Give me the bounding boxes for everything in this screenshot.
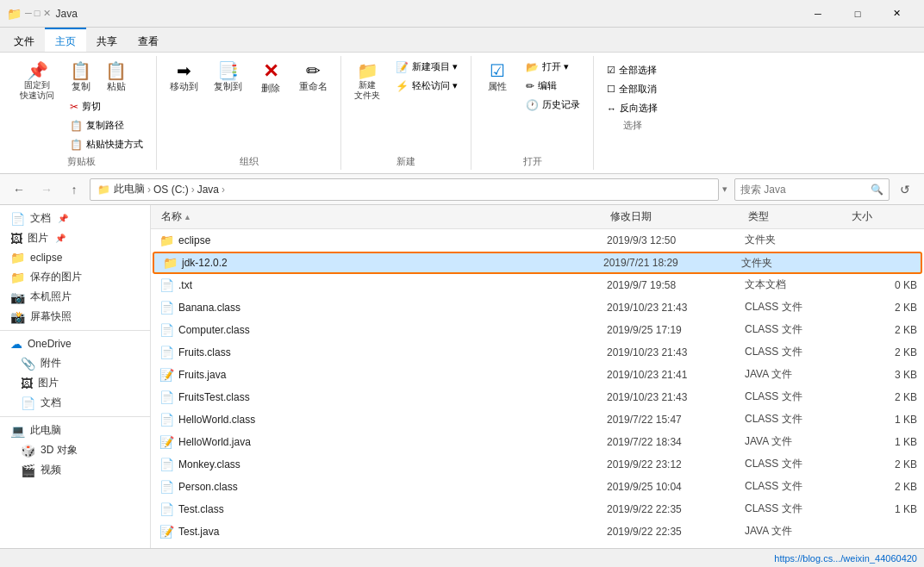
file-row[interactable]: 📄 Monkey.class 2019/9/22 23:12 CLASS 文件 … [151,453,924,476]
paste-shortcut-button[interactable]: 📋 粘贴快捷方式 [64,135,149,153]
title-bar: 📁 ─ □ ✕ Java ─ □ ✕ [0,0,924,28]
file-row[interactable]: 📝 Test.java 2019/9/22 22:35 JAVA 文件 [151,520,924,543]
file-size: 2 KB [848,346,917,358]
file-icon: 📄 [158,390,175,404]
properties-button[interactable]: ☑ 属性 [478,58,516,97]
col-header-name[interactable]: 名称 ▲ [158,209,607,224]
status-bar: https://blog.cs.../weixin_44060420 [0,548,924,567]
file-type: CLASS 文件 [745,389,848,404]
file-row[interactable]: 📁 eclipse 2019/9/3 12:50 文件夹 [151,229,924,252]
history-icon: 🕐 [526,99,539,111]
savedpics-icon: 📁 [10,271,25,284]
sidebar-item-camera[interactable]: 📷 本机照片 [0,287,150,307]
select-all-button[interactable]: ☑ 全部选择 [601,61,664,79]
file-row[interactable]: 📝 HelloWorld.java 2019/7/22 18:34 JAVA 文… [151,431,924,453]
file-row[interactable]: 📄 Computer.class 2019/9/25 17:19 CLASS 文… [151,319,924,341]
forward-button[interactable]: → [34,178,59,202]
file-row[interactable]: 📄 Test.class 2019/9/22 22:35 CLASS 文件 1 … [151,498,924,520]
path-part-pc[interactable]: 此电脑 [114,182,145,196]
file-name: jdk-12.0.2 [182,257,603,269]
file-row[interactable]: 📝 Fruits.java 2019/10/23 21:41 JAVA 文件 3… [151,364,924,386]
pin-to-quickaccess-button[interactable]: 📌 固定到快速访问 [14,58,60,105]
path-part-drive[interactable]: OS (C:) [153,184,189,196]
new-item-button[interactable]: 📝 新建项目 ▾ [390,58,464,76]
col-header-size[interactable]: 大小 [848,209,917,224]
file-date: 2019/9/22 23:12 [607,458,745,470]
pc-icon: 💻 [10,424,25,438]
file-list-header: 名称 ▲ 修改日期 类型 大小 [151,205,924,229]
sidebar-item-onedrive[interactable]: ☁ OneDrive [0,334,150,353]
file-name: Monkey.class [178,458,607,470]
tab-share[interactable]: 共享 [86,28,128,52]
search-input[interactable] [740,184,867,196]
sidebar-item-od-documents[interactable]: 📄 文档 [0,393,150,413]
file-row[interactable]: 📄 HelloWorld.class 2019/7/22 15:47 CLASS… [151,408,924,431]
sidebar-item-videos[interactable]: 🎬 视频 [0,460,150,480]
file-date: 2019/7/22 15:47 [607,414,745,426]
file-date: 2019/10/23 21:43 [607,391,745,403]
history-button[interactable]: 🕐 历史记录 [520,96,586,114]
copy-to-button[interactable]: 📑 复制到 [208,58,248,97]
open-button[interactable]: 📂 打开 ▾ [520,58,586,76]
invert-selection-button[interactable]: ↔ 反向选择 [601,99,664,117]
delete-button[interactable]: ✕ 删除 [252,58,290,99]
close-button[interactable]: ✕ [877,0,917,28]
address-dropdown-button[interactable]: ▾ [722,184,727,195]
minimize-button[interactable]: ─ [798,0,838,28]
search-box[interactable]: 🔍 [734,178,890,201]
sidebar-item-savedpics[interactable]: 📁 保存的图片 [0,267,150,287]
copy-path-button[interactable]: 📋 复制路径 [64,116,149,134]
cut-button[interactable]: ✂ 剪切 [64,97,149,115]
col-header-type[interactable]: 类型 [745,209,848,224]
file-row[interactable]: 📄 .txt 2019/9/7 19:58 文本文档 0 KB [151,274,924,296]
file-type: JAVA 文件 [745,524,848,539]
file-row[interactable]: 📄 Fruits.class 2019/10/23 21:43 CLASS 文件… [151,341,924,364]
eclipse-icon: 📁 [10,251,25,265]
rename-icon: ✏ [306,62,321,79]
easy-access-button[interactable]: ⚡ 轻松访问 ▾ [390,77,464,95]
up-button[interactable]: ↑ [62,178,86,202]
file-type: JAVA 文件 [745,367,848,382]
maximize-button[interactable]: □ [838,0,877,28]
move-to-button[interactable]: ➡ 移动到 [164,58,204,97]
sidebar-item-screenshot[interactable]: 📸 屏幕快照 [0,307,150,327]
select-none-button[interactable]: ☐ 全部取消 [601,80,664,98]
copy-button[interactable]: 📋 复制 [64,58,97,97]
sidebar-divider-1 [0,330,150,331]
sidebar-item-label: 视频 [41,463,61,477]
sidebar-item-3dobjects[interactable]: 🎲 3D 对象 [0,440,150,460]
pin-icon: 📌 [58,214,68,223]
file-row[interactable]: 📄 FruitsTest.class 2019/10/23 21:43 CLAS… [151,386,924,408]
paste-button[interactable]: 📋 粘贴 [99,58,133,97]
path-part-java[interactable]: Java [197,184,219,196]
file-name: Fruits.java [178,369,607,381]
search-icon: 🔍 [871,184,883,196]
sidebar-item-attachments[interactable]: 📎 附件 [0,353,150,373]
window-controls: ─ □ ✕ [798,0,917,28]
tab-file[interactable]: 文件 [3,28,45,52]
file-date: 2019/7/22 18:34 [607,436,745,448]
edit-button[interactable]: ✏ 编辑 [520,77,586,95]
tab-view[interactable]: 查看 [128,28,169,52]
rename-button[interactable]: ✏ 重命名 [293,58,334,97]
sidebar-item-thispc[interactable]: 💻 此电脑 [0,421,150,440]
file-row[interactable]: 📁 jdk-12.0.2 2019/7/21 18:29 文件夹 [153,252,922,274]
new-folder-button[interactable]: 📁 新建文件夹 [348,58,386,105]
sidebar-item-documents[interactable]: 📄 文档 📌 [0,209,150,228]
sidebar-item-eclipse[interactable]: 📁 eclipse [0,248,150,267]
file-row[interactable]: 📄 Person.class 2019/9/25 10:04 CLASS 文件 … [151,476,924,498]
sidebar-item-od-pictures[interactable]: 🖼 图片 [0,373,150,393]
file-date: 2019/9/7 19:58 [607,279,745,291]
tab-home[interactable]: 主页 [45,28,86,52]
back-button[interactable]: ← [7,178,31,202]
refresh-button[interactable]: ↺ [893,178,917,202]
clipboard-label: 剪贴板 [67,155,96,168]
sidebar-item-pictures[interactable]: 🖼 图片 📌 [0,228,150,248]
file-type: 文件夹 [741,256,845,271]
file-icon: 📄 [158,413,175,427]
file-size: 1 KB [848,436,917,448]
address-path[interactable]: 📁 此电脑 › OS (C:) › Java › [90,178,719,201]
file-row[interactable]: 📄 Banana.class 2019/10/23 21:43 CLASS 文件… [151,296,924,319]
col-header-date[interactable]: 修改日期 [607,209,745,224]
properties-icon: ☑ [490,62,505,79]
